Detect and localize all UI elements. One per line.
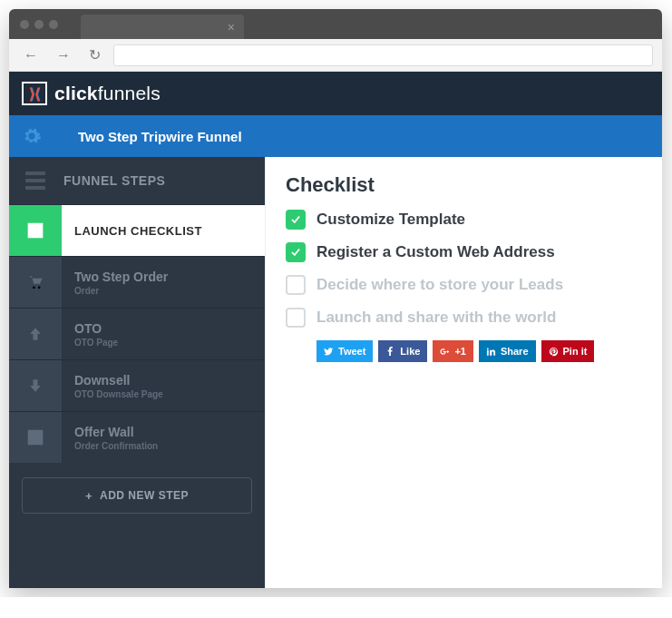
checklist-title: Checklist [286, 173, 642, 197]
funnel-title: Two Step Tripwire Funnel [78, 129, 242, 144]
tweet-label: Tweet [338, 346, 365, 357]
add-new-step-button[interactable]: + ADD NEW STEP [22, 477, 252, 514]
sidebar-item-launch-checklist[interactable]: LAUNCH CHECKLIST [9, 205, 265, 256]
arrow-down-icon [9, 360, 62, 411]
sidebar-item-sub: OTO Downsale Page [74, 389, 163, 399]
browser-tab[interactable]: × [81, 15, 244, 39]
app-body: FUNNEL STEPS LAUNCH CHECKLIST Two Step O… [9, 157, 662, 588]
checklist-item-label: Decide where to store your Leads [317, 276, 563, 294]
checklist-item-store-leads[interactable]: Decide where to store your Leads [286, 275, 642, 295]
sidebar-item-two-step-order[interactable]: Two Step Order Order [9, 257, 265, 308]
pinterest-pin-button[interactable]: Pin it [541, 340, 595, 362]
add-step-label: ADD NEW STEP [100, 489, 189, 502]
hamburger-icon [25, 172, 45, 190]
gear-icon[interactable] [22, 126, 42, 146]
like-label: Like [400, 346, 420, 357]
sidebar-item-label: Downsell [74, 373, 163, 387]
funnel-bar: Two Step Tripwire Funnel [9, 115, 662, 157]
pin-label: Pin it [563, 346, 588, 357]
brand-part1: click [54, 83, 98, 103]
sidebar-header-label: FUNNEL STEPS [63, 173, 165, 188]
checklist-item-customize-template[interactable]: Customize Template [286, 210, 642, 230]
linkedin-share-button[interactable]: Share [479, 340, 536, 362]
brand-part2: funnels [98, 83, 161, 103]
checkbox-checked-icon [286, 210, 306, 230]
plus-icon: + [85, 489, 93, 503]
reload-button[interactable]: ↻ [83, 43, 106, 67]
main-panel: Checklist Customize Template Register a … [265, 157, 662, 588]
browser-window: × ← → ↻ ⟩⟨ clickfunnels Two Step Tripwir… [9, 9, 662, 588]
browser-titlebar: × [9, 9, 662, 39]
checklist-item-label: Register a Custom Web Address [317, 243, 555, 261]
close-tab-icon[interactable]: × [228, 20, 235, 34]
logo-icon: ⟩⟨ [22, 82, 47, 105]
browser-toolbar: ← → ↻ [9, 39, 662, 72]
svg-point-0 [33, 287, 35, 289]
sidebar-item-label: OTO [74, 321, 118, 336]
brand-text: clickfunnels [54, 83, 161, 104]
url-bar[interactable] [113, 44, 653, 66]
sidebar-item-label: Offer Wall [74, 425, 158, 439]
sidebar: FUNNEL STEPS LAUNCH CHECKLIST Two Step O… [9, 157, 265, 588]
sidebar-header[interactable]: FUNNEL STEPS [9, 157, 265, 204]
check-box-icon [9, 412, 62, 463]
check-icon [9, 205, 62, 256]
back-button[interactable]: ← [18, 44, 44, 67]
sidebar-item-downsell[interactable]: Downsell OTO Downsale Page [9, 360, 265, 411]
checkbox-checked-icon [286, 242, 306, 262]
tweet-button[interactable]: Tweet [317, 340, 373, 362]
app-header: ⟩⟨ clickfunnels [9, 72, 662, 115]
share-buttons-row: Tweet Like +1 Share Pin it [317, 340, 642, 362]
traffic-lights [9, 20, 58, 29]
svg-point-1 [38, 287, 41, 289]
sidebar-item-offer-wall[interactable]: Offer Wall Order Confirmation [9, 412, 265, 463]
sidebar-item-label: LAUNCH CHECKLIST [74, 224, 202, 238]
minimize-window-dot[interactable] [34, 20, 44, 29]
sidebar-item-label: Two Step Order [74, 270, 168, 284]
maximize-window-dot[interactable] [49, 20, 58, 29]
sidebar-item-sub: OTO Page [74, 338, 118, 348]
sidebar-item-sub: Order [74, 286, 168, 296]
google-plus-button[interactable]: +1 [433, 340, 473, 362]
checklist-item-label: Customize Template [317, 211, 465, 229]
checklist-item-register-address[interactable]: Register a Custom Web Address [286, 242, 642, 262]
sidebar-item-oto[interactable]: OTO OTO Page [9, 309, 265, 359]
arrow-up-icon [9, 309, 62, 359]
facebook-like-button[interactable]: Like [378, 340, 427, 362]
cart-icon [9, 257, 62, 308]
sidebar-item-sub: Order Confirmation [74, 441, 158, 451]
checkbox-unchecked-icon [286, 308, 306, 328]
share-label: Share [501, 346, 529, 357]
checklist-item-label: Launch and share with the world [317, 309, 556, 327]
checklist-item-launch-share[interactable]: Launch and share with the world [286, 308, 642, 328]
checkbox-unchecked-icon [286, 275, 306, 295]
forward-button[interactable]: → [51, 44, 76, 67]
plus-label: +1 [454, 346, 466, 357]
close-window-dot[interactable] [20, 20, 29, 29]
